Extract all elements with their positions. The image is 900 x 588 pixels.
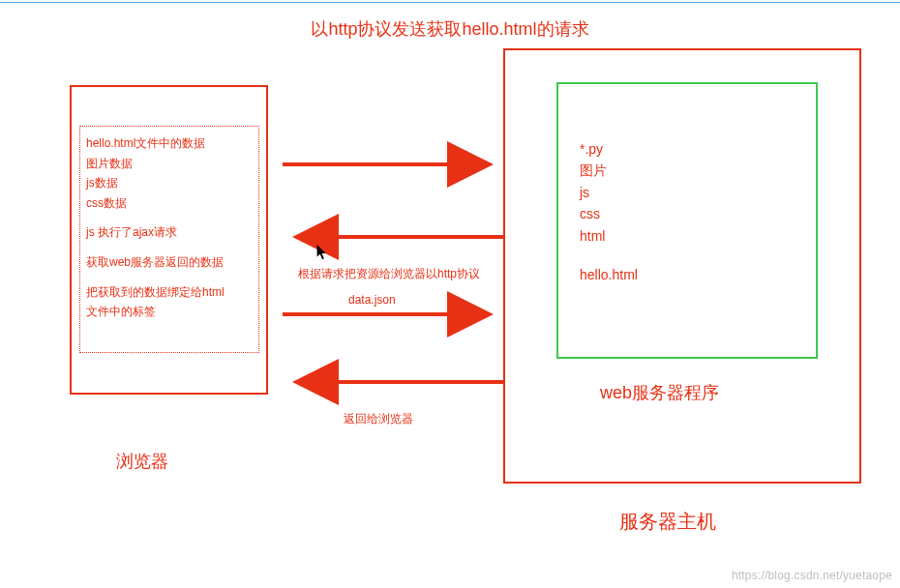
browser-bind-line: 文件中的标签	[86, 303, 253, 321]
browser-line: hello.html文件中的数据	[86, 134, 253, 153]
web-server-label: web服务器程序	[600, 381, 719, 404]
arrow-ajax-response-icon	[283, 368, 505, 397]
browser-ajax-line: js 执行了ajax请求	[86, 223, 253, 242]
browser-box: hello.html文件中的数据 图片数据 js数据 css数据 js 执行了a…	[70, 85, 268, 395]
arrow-request-icon	[283, 150, 505, 179]
diagram-title: 以http协议发送获取hello.html的请求	[311, 17, 588, 41]
server-file: js	[580, 182, 795, 203]
browser-recv-line: 获取web服务器返回的数据	[86, 253, 253, 272]
arrow-response-label: 根据请求把资源给浏览器以http协议	[298, 266, 480, 282]
browser-line: 图片数据	[86, 155, 253, 173]
server-hello-file: hello.html	[580, 264, 795, 285]
arrow-return-label: 返回给浏览器	[344, 411, 413, 427]
top-border-line	[0, 2, 900, 3]
browser-bind-line: 把获取到的数据绑定给html	[86, 283, 253, 302]
server-file: css	[580, 203, 795, 224]
server-file: html	[580, 225, 795, 247]
browser-inner-box: hello.html文件中的数据 图片数据 js数据 css数据 js 执行了a…	[79, 126, 259, 353]
arrow-response-icon	[283, 222, 505, 251]
watermark: https://blog.csdn.net/yuetaope	[732, 569, 892, 582]
server-file: 图片	[580, 160, 795, 181]
web-server-box: *.py 图片 js css html hello.html	[556, 82, 818, 359]
server-host-label: 服务器主机	[619, 509, 716, 535]
arrow-data-json-label: data.json	[348, 293, 396, 307]
browser-line: js数据	[86, 174, 253, 192]
browser-line: css数据	[86, 194, 253, 213]
browser-label: 浏览器	[116, 450, 168, 473]
server-file: *.py	[580, 138, 795, 160]
